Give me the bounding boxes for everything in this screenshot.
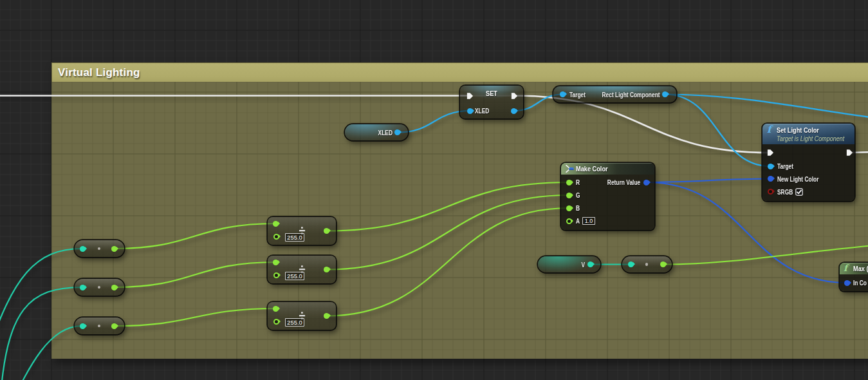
make-color-title: Make Color	[576, 165, 608, 173]
xled-getter-output-pin[interactable]	[394, 129, 400, 135]
conversion-node-2[interactable]	[75, 279, 124, 296]
conv2-input-pin[interactable]	[80, 285, 86, 290]
set-exec-out-pin[interactable]	[511, 92, 518, 100]
wire-byte1-offscreen	[0, 249, 82, 354]
slc-new-light-color-label: New Light Color	[777, 175, 818, 183]
conversion-dot-icon	[645, 263, 649, 266]
divide-r-b-pin[interactable]	[273, 234, 279, 240]
divide-r-output-pin[interactable]	[324, 228, 329, 234]
max-function-icon: f	[844, 263, 847, 273]
wire-conv4-offscreen	[663, 245, 868, 265]
set-xled-input-label: XLED	[475, 107, 489, 115]
conv4-output-pin[interactable]	[660, 261, 666, 267]
divide-g-output-pin[interactable]	[324, 267, 329, 272]
divide-b-b-value[interactable]: 255.0	[285, 318, 304, 327]
wire-conv1-to-div1	[115, 223, 276, 249]
divide-r-b-value[interactable]: 255.0	[285, 233, 304, 242]
slc-subtitle: Target is Light Component	[777, 135, 844, 142]
conv3-output-pin[interactable]	[111, 323, 117, 329]
make-color-return-label: Return Value	[607, 178, 640, 186]
make-color-node[interactable]: Make Color R G B A 1.0 Return Value	[561, 163, 654, 230]
wire-exec-set-to-setlightcolor	[514, 96, 770, 153]
divide-g-b-value[interactable]: 255.0	[285, 272, 304, 280]
set-light-color-node[interactable]: f Set Light Color Target is Light Compon…	[762, 124, 854, 201]
wire-conv3-to-div3	[115, 309, 276, 326]
xled-getter-node[interactable]: XLED	[345, 124, 408, 140]
divide-g-a-pin[interactable]	[273, 260, 279, 265]
slc-exec-out-pin[interactable]	[846, 149, 853, 157]
max-title: Max (	[853, 265, 868, 272]
wire-byte2-offscreen	[0, 287, 82, 380]
divide-g-b-pin[interactable]	[273, 272, 279, 278]
v-getter-node[interactable]: V	[538, 256, 600, 272]
make-color-g-pin[interactable]	[566, 193, 572, 198]
make-color-r-label: R	[576, 178, 580, 186]
wire-xled-to-set	[398, 111, 470, 133]
divide-b-a-pin[interactable]	[273, 306, 279, 312]
max-in-color-pin[interactable]	[844, 280, 850, 286]
max-header[interactable]: f Max (	[840, 263, 868, 274]
make-color-g-label: G	[576, 191, 580, 199]
make-color-b-label: B	[576, 204, 580, 212]
max-in-color-label: In Co	[853, 279, 867, 287]
make-color-a-pin[interactable]	[566, 218, 572, 224]
rlc-output-pin[interactable]	[662, 91, 668, 97]
conv1-output-pin[interactable]	[111, 246, 117, 252]
set-xled-output-pin[interactable]	[511, 108, 517, 114]
slc-title: Set Light Color	[777, 126, 819, 134]
set-xled-node[interactable]: SET XLED	[460, 86, 523, 119]
conversion-node-1[interactable]	[75, 240, 124, 257]
wire-component-to-target	[665, 95, 770, 167]
divide-r-a-pin[interactable]	[273, 221, 279, 227]
make-color-a-label: A	[576, 217, 580, 225]
srgb-checkbox[interactable]	[795, 188, 803, 196]
slc-new-light-color-pin[interactable]	[768, 176, 773, 182]
conversion-dot-icon	[98, 247, 101, 251]
rlc-target-label: Target	[569, 91, 586, 99]
make-color-return-pin[interactable]	[643, 180, 649, 185]
wire-layer	[0, 0, 868, 380]
make-color-a-value[interactable]: 1.0	[582, 217, 595, 225]
max-node[interactable]: f Max ( In Co	[840, 263, 868, 291]
v-getter-label: V	[581, 261, 585, 269]
conversion-node-3[interactable]	[75, 318, 124, 334]
xled-getter-label: XLED	[378, 129, 392, 137]
rlc-target-input-pin[interactable]	[560, 91, 566, 97]
conversion-dot-icon	[98, 286, 101, 289]
wire-component-offscreen	[665, 95, 868, 119]
wire-div1-to-r	[326, 182, 569, 231]
wire-byte3-offscreen	[5, 326, 82, 380]
rlc-output-label: Rect Light Component	[602, 91, 660, 99]
set-node-title: SET	[466, 90, 517, 97]
conversion-node-4[interactable]	[622, 256, 672, 272]
conv4-input-pin[interactable]	[628, 261, 634, 267]
conv2-output-pin[interactable]	[111, 285, 117, 290]
v-getter-output-pin[interactable]	[587, 261, 593, 267]
divide-node-g[interactable]: 255.0	[268, 256, 336, 283]
set-xled-input-pin[interactable]	[467, 108, 473, 114]
make-color-header[interactable]: Make Color	[561, 163, 654, 175]
wire-makecolor-to-newlightcolor	[647, 179, 770, 183]
conv1-input-pin[interactable]	[80, 246, 86, 252]
rect-light-component-node[interactable]: Target Rect Light Component	[553, 86, 676, 102]
slc-target-label: Target	[777, 162, 793, 170]
slc-srgb-label: SRGB	[777, 188, 793, 196]
make-color-r-pin[interactable]	[566, 180, 572, 185]
divide-b-output-pin[interactable]	[324, 313, 329, 319]
conversion-dot-icon	[98, 325, 101, 328]
slc-header[interactable]: f Set Light Color Target is Light Compon…	[762, 124, 854, 144]
conv3-input-pin[interactable]	[80, 323, 86, 329]
make-color-b-pin[interactable]	[566, 205, 572, 211]
slc-srgb-pin[interactable]	[768, 189, 773, 195]
set-exec-in-pin[interactable]	[466, 92, 474, 100]
divide-node-b[interactable]: 255.0	[268, 302, 336, 330]
divide-b-b-pin[interactable]	[273, 319, 279, 325]
blueprint-graph-canvas[interactable]: Virtual Lighting	[0, 0, 868, 380]
wire-conv2-to-div2	[115, 262, 276, 287]
function-icon: f	[767, 124, 771, 135]
make-struct-icon	[566, 165, 575, 173]
slc-exec-in-pin[interactable]	[767, 149, 774, 157]
divide-node-r[interactable]: 255.0	[268, 217, 336, 245]
wire-div3-to-b	[326, 208, 569, 316]
slc-target-pin[interactable]	[768, 164, 773, 169]
